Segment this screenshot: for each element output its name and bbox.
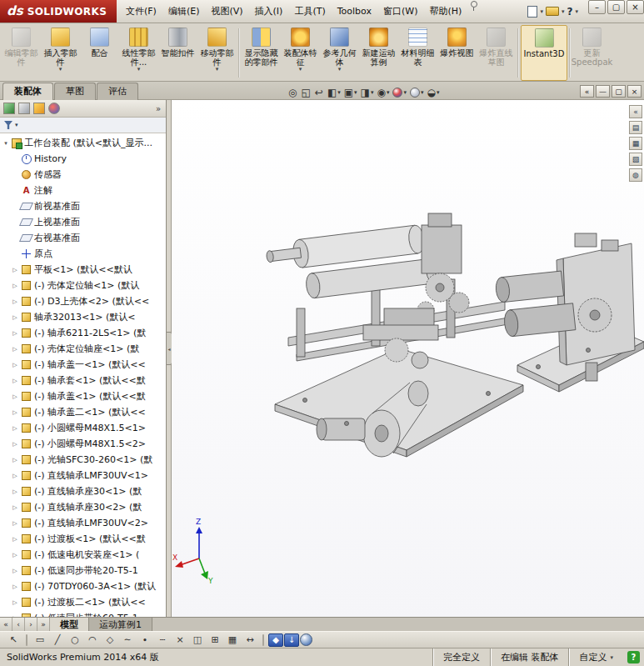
- expand-arrow-icon[interactable]: ▷: [12, 568, 18, 574]
- tree-item[interactable]: ▷ (-) 过渡板二<1> (默认<<: [2, 594, 166, 610]
- command-button[interactable]: Instant3D: [521, 25, 567, 81]
- zoom-to-area-button[interactable]: ◱: [300, 88, 312, 98]
- document-tab[interactable]: 模型: [50, 618, 89, 631]
- tree-item[interactable]: ▷ (-) 低速同步带轮20-T5-1: [2, 563, 166, 578]
- tree-item[interactable]: ▷ (-) 光轴SFC30-260<1> (默: [2, 452, 166, 468]
- displaymanager-tab[interactable]: [48, 103, 60, 114]
- expand-arrow-icon[interactable]: ▷: [12, 473, 18, 479]
- command-button[interactable]: [238, 28, 240, 78]
- close-document-button[interactable]: ×: [627, 85, 642, 98]
- line-tool[interactable]: ╱: [49, 633, 66, 647]
- expand-arrow-icon[interactable]: ▷: [12, 298, 18, 305]
- spline-tool[interactable]: ∼: [119, 633, 136, 647]
- command-button[interactable]: 移动零部件 ▾: [197, 25, 237, 81]
- graphics-viewport[interactable]: Z X Y « ▤ ▦ ▧ ◍: [172, 100, 644, 617]
- expand-arrow-icon[interactable]: ▷: [12, 267, 18, 273]
- tree-item[interactable]: ▷ (-) 小圆螺母M48X1.5<2>: [2, 436, 166, 452]
- expand-arrow-icon[interactable]: ▷: [12, 536, 18, 543]
- status-help-icon[interactable]: ?: [627, 651, 640, 663]
- edit-appearance-button[interactable]: ▾: [392, 88, 407, 98]
- tree-item[interactable]: ▷ 轴承32013<1> (默认<: [2, 309, 166, 325]
- tab-scroll-next-button[interactable]: ›: [25, 618, 37, 631]
- tree-item[interactable]: ▷ (-) 过渡板<1> (默认<<默: [2, 531, 166, 547]
- expand-arrow-icon[interactable]: ▷: [12, 599, 18, 606]
- isometric-view-button[interactable]: ◆: [268, 633, 283, 647]
- tab-scroll-first-button[interactable]: «: [0, 618, 12, 631]
- command-button[interactable]: 编辑零部件: [2, 25, 41, 81]
- tree-item[interactable]: 传感器: [2, 167, 166, 183]
- command-button[interactable]: 爆炸直线草图: [477, 25, 516, 81]
- tree-item[interactable]: ▷ 平板<1> (默认<<默认: [2, 262, 166, 278]
- tree-item[interactable]: 右视基准面: [2, 230, 166, 246]
- minimize-document-button[interactable]: —: [596, 85, 610, 98]
- tree-root-item[interactable]: ▾ 工作台装配 (默认<默认_显示...: [2, 135, 166, 151]
- expand-arrow-icon[interactable]: ▷: [12, 330, 18, 337]
- appearances-scenes-tab[interactable]: ◍: [629, 168, 642, 182]
- expand-arrow-icon[interactable]: ▷: [12, 346, 18, 353]
- command-button[interactable]: 插入零部件 ▾: [41, 25, 80, 81]
- expand-arrow-icon[interactable]: ▷: [12, 457, 18, 463]
- display-style-button[interactable]: ◨ ▾: [360, 88, 375, 98]
- command-button[interactable]: 参考几何体 ▾: [320, 25, 359, 81]
- tree-item[interactable]: ▷ (-) 直线轴承座30<1> (默: [2, 483, 166, 499]
- rectangle-tool[interactable]: ▭: [32, 633, 48, 647]
- configurationmanager-tab[interactable]: [33, 103, 45, 114]
- open-button[interactable]: [546, 7, 559, 16]
- previous-view-button[interactable]: ↩: [314, 88, 325, 98]
- expand-arrow-icon[interactable]: ▷: [12, 393, 18, 400]
- expand-arrow-icon[interactable]: ▷: [12, 283, 18, 289]
- view-settings-button[interactable]: ◒ ▾: [427, 88, 441, 98]
- restore-button[interactable]: ▢: [607, 0, 625, 14]
- tree-item[interactable]: ▷ (-) 低速电机安装座<1> (: [2, 547, 166, 563]
- restore-document-button[interactable]: ▢: [612, 85, 626, 98]
- tree-item[interactable]: ▷ (-) 直线轴承LMF30UV<1>: [2, 468, 166, 483]
- select-tool[interactable]: ↖: [5, 633, 22, 647]
- menu-item[interactable]: Toolbox: [332, 4, 377, 18]
- propertymanager-tab[interactable]: [18, 103, 30, 114]
- expand-panel-button[interactable]: »: [156, 104, 162, 113]
- command-button[interactable]: 更新Speedpak: [572, 25, 612, 81]
- command-button[interactable]: 材料明细表: [398, 25, 437, 81]
- command-button[interactable]: 线性零部件... ▾: [119, 25, 158, 81]
- tree-item[interactable]: 原点: [2, 246, 166, 262]
- menu-item[interactable]: 编辑(E): [162, 3, 206, 19]
- command-button[interactable]: 爆炸视图: [437, 25, 477, 81]
- design-library-tab[interactable]: ▦: [629, 137, 642, 150]
- manager-tab[interactable]: 装配体: [2, 83, 53, 100]
- arc-tool[interactable]: ◠: [84, 633, 101, 647]
- collapse-featuremanager-button[interactable]: «: [580, 85, 594, 98]
- command-button[interactable]: 装配体特征 ▾: [281, 25, 320, 81]
- toolbar-separator[interactable]: [262, 634, 264, 646]
- tree-item[interactable]: ▷ (-) 轴承6211-2LS<1> (默: [2, 325, 166, 341]
- expand-arrow-icon[interactable]: ▷: [12, 314, 18, 321]
- expand-arrow-icon[interactable]: ▾: [2, 140, 9, 147]
- tree-item[interactable]: ▷ (-) D3上壳体<2> (默认<<: [2, 293, 166, 309]
- help-dropdown[interactable]: ▾: [575, 8, 578, 15]
- view-orientation-button[interactable]: ▣ ▾: [343, 88, 358, 98]
- tree-item[interactable]: 注解: [2, 183, 166, 198]
- tree-item[interactable]: History: [2, 151, 166, 167]
- expand-arrow-icon[interactable]: ▷: [12, 425, 18, 432]
- expand-arrow-icon[interactable]: ▷: [12, 441, 18, 448]
- command-button[interactable]: 智能扣件: [158, 25, 197, 81]
- help-button[interactable]: ?: [567, 6, 573, 18]
- assembly-model-3d[interactable]: Z X Y: [172, 100, 644, 617]
- featuremanager-tree-tab[interactable]: [3, 103, 15, 114]
- menu-item[interactable]: 插入(I): [249, 3, 289, 19]
- polygon-tool[interactable]: ◇: [102, 633, 118, 647]
- expand-arrow-icon[interactable]: ▷: [12, 504, 18, 511]
- command-button[interactable]: 显示隐藏的零部件: [242, 25, 281, 81]
- zoom-to-fit-button[interactable]: ◎: [287, 88, 298, 98]
- tree-item[interactable]: ▷ (-) 轴承套<1> (默认<<默: [2, 373, 166, 388]
- smart-dimension-tool[interactable]: ↔: [242, 633, 258, 647]
- expand-arrow-icon[interactable]: ▷: [12, 488, 18, 495]
- section-view-button[interactable]: ◧ ▾: [327, 88, 342, 98]
- section-view-button[interactable]: ↓: [284, 633, 299, 647]
- minimize-button[interactable]: –: [588, 0, 606, 14]
- command-button[interactable]: [517, 28, 519, 78]
- trim-tool[interactable]: ×: [172, 633, 188, 647]
- circle-tool[interactable]: ○: [67, 633, 83, 647]
- document-tab[interactable]: 运动算例1: [89, 618, 152, 631]
- expand-arrow-icon[interactable]: ▷: [12, 520, 18, 527]
- file-explorer-tab[interactable]: ▧: [629, 153, 642, 166]
